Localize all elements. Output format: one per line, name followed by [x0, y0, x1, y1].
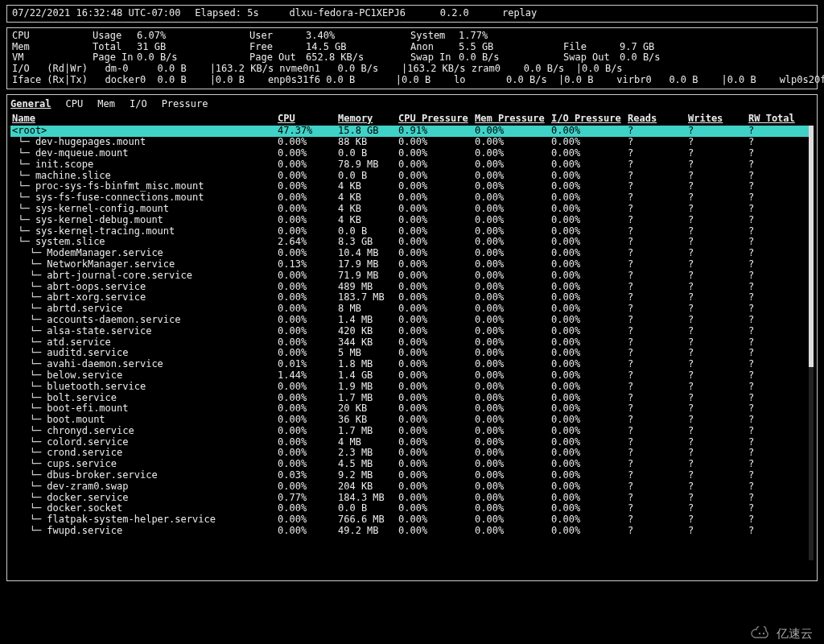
cell-t: ? [748, 292, 805, 303]
cell-r: ? [628, 337, 688, 349]
process-row[interactable]: └─ bolt.service0.00%1.7 MB0.00%0.00%0.00… [10, 393, 814, 404]
process-row[interactable]: └─ bluetooth.service0.00%1.9 MB0.00%0.00… [10, 382, 814, 393]
cpu-usage-label: Usage [93, 31, 137, 42]
process-row[interactable]: └─ dbus-broker.service0.03%9.2 MB0.00%0.… [10, 470, 814, 481]
cell-cp: 0.00% [398, 470, 475, 481]
process-row[interactable]: └─ flatpak-system-helper.service0.00%766… [10, 514, 814, 526]
cell-w: ? [688, 259, 748, 270]
cell-w: ? [688, 282, 748, 293]
svg-point-1 [763, 633, 764, 634]
process-row[interactable]: └─ boot.mount0.00%36 KB0.00%0.00%0.00%??… [10, 415, 814, 426]
column-header[interactable]: Writes [688, 114, 748, 125]
process-row[interactable]: └─ atd.service0.00%344 KB0.00%0.00%0.00%… [10, 337, 814, 349]
process-row[interactable]: └─ fwupd.service0.00%49.2 MB0.00%0.00%0.… [10, 526, 814, 537]
column-header[interactable]: Reads [628, 114, 688, 125]
column-header[interactable]: Mem Pressure [475, 114, 551, 125]
scrollbar[interactable] [809, 126, 814, 560]
tab-pressure[interactable]: Pressure [162, 99, 208, 110]
process-row[interactable]: └─ sys-kernel-tracing.mount0.00%0.0 B0.0… [10, 226, 814, 237]
process-name: └─ chronyd.service [12, 426, 278, 437]
process-row[interactable]: └─ abrt-oops.service0.00%489 MB0.00%0.00… [10, 282, 814, 293]
cell-w: ? [688, 181, 748, 192]
process-row[interactable]: <root>47.37%15.8 GB0.91%0.00%0.00%??? [10, 126, 814, 137]
cell-t: ? [748, 448, 805, 459]
cell-ip: 0.00% [551, 359, 628, 370]
cell-ip: 0.00% [551, 315, 628, 326]
process-row[interactable]: └─ init.scope0.00%78.9 MB0.00%0.00%0.00%… [10, 159, 814, 171]
cell-r: ? [628, 370, 688, 382]
column-header[interactable]: I/O Pressure [551, 114, 628, 125]
process-row[interactable]: └─ sys-kernel-debug.mount0.00%4 KB0.00%0… [10, 215, 814, 226]
cell-w: ? [688, 514, 748, 526]
cell-mp: 0.00% [475, 226, 551, 237]
tab-io[interactable]: I/O [130, 99, 147, 110]
mem-total-label: Total [93, 42, 137, 53]
process-row[interactable]: └─ dev-mqueue.mount0.00%0.0 B0.00%0.00%0… [10, 148, 814, 159]
cpu-system-label: System [410, 31, 459, 42]
process-row[interactable]: └─ boot-efi.mount0.00%20 KB0.00%0.00%0.0… [10, 403, 814, 415]
column-headers[interactable]: NameCPUMemoryCPU PressureMem PressureI/O… [10, 112, 814, 126]
process-row[interactable]: └─ docker.service0.77%184.3 MB0.00%0.00%… [10, 493, 814, 504]
process-name: └─ fwupd.service [12, 526, 278, 537]
process-row[interactable]: └─ abrtd.service0.00%8 MB0.00%0.00%0.00%… [10, 303, 814, 315]
cell-cp: 0.00% [398, 226, 475, 237]
process-row[interactable]: └─ abrt-journal-core.service0.00%71.9 MB… [10, 270, 814, 282]
process-row[interactable]: └─ sys-kernel-config.mount0.00%4 KB0.00%… [10, 204, 814, 215]
process-name: └─ ModemManager.service [12, 248, 278, 259]
column-header[interactable]: CPU Pressure [398, 114, 475, 125]
process-name: └─ accounts-daemon.service [12, 315, 278, 326]
process-row[interactable]: └─ chronyd.service0.00%1.7 MB0.00%0.00%0… [10, 426, 814, 437]
process-row[interactable]: └─ proc-sys-fs-binfmt_misc.mount0.00%4 K… [10, 181, 814, 192]
cell-ip: 0.00% [551, 437, 628, 448]
cell-mp: 0.00% [475, 148, 551, 159]
process-row[interactable]: └─ system.slice2.64%8.3 GB0.00%0.00%0.00… [10, 237, 814, 248]
cell-cpu: 0.00% [278, 248, 338, 259]
tabs-bar: GeneralCPUMemI/OPressure [10, 97, 814, 112]
process-row[interactable]: └─ below.service1.44%1.4 GB0.00%0.00%0.0… [10, 370, 814, 382]
cell-cp: 0.00% [398, 459, 475, 470]
process-row[interactable]: └─ sys-fs-fuse-connections.mount0.00%4 K… [10, 192, 814, 204]
mem-free-label: Free [249, 42, 306, 53]
process-list[interactable]: <root>47.37%15.8 GB0.91%0.00%0.00%??? └─… [10, 126, 814, 560]
process-name: └─ cups.service [12, 459, 278, 470]
tab-general[interactable]: General [10, 99, 52, 110]
tab-mem[interactable]: Mem [97, 99, 115, 110]
cell-mp: 0.00% [475, 215, 551, 226]
process-row[interactable]: └─ NetworkManager.service0.13%17.9 MB0.0… [10, 259, 814, 270]
stats-panel: CPU Usage 6.07% User 3.40% System 1.77% … [6, 27, 818, 89]
cell-mem: 183.7 MB [338, 292, 398, 303]
cell-cpu: 0.00% [278, 171, 338, 182]
process-row[interactable]: └─ docker.socket0.00%0.0 B0.00%0.00%0.00… [10, 503, 814, 514]
process-row[interactable]: └─ avahi-daemon.service0.01%1.8 MB0.00%0… [10, 359, 814, 370]
process-row[interactable]: └─ cups.service0.00%4.5 MB0.00%0.00%0.00… [10, 459, 814, 470]
cell-mem: 5 MB [338, 348, 398, 359]
process-row[interactable]: └─ crond.service0.00%2.3 MB0.00%0.00%0.0… [10, 448, 814, 459]
process-name: └─ sys-fs-fuse-connections.mount [12, 192, 278, 204]
process-row[interactable]: └─ dev-zram0.swap0.00%204 KB0.00%0.00%0.… [10, 481, 814, 493]
cell-t: ? [748, 215, 805, 226]
cell-cp: 0.00% [398, 437, 475, 448]
process-row[interactable]: └─ accounts-daemon.service0.00%1.4 MB0.0… [10, 315, 814, 326]
column-header[interactable]: CPU [278, 114, 338, 125]
cell-cpu: 0.00% [278, 526, 338, 537]
process-row[interactable]: └─ colord.service0.00%4 MB0.00%0.00%0.00… [10, 437, 814, 448]
cell-t: ? [748, 437, 805, 448]
process-row[interactable]: └─ auditd.service0.00%5 MB0.00%0.00%0.00… [10, 348, 814, 359]
process-row[interactable]: └─ dev-hugepages.mount0.00%88 KB0.00%0.0… [10, 137, 814, 148]
mem-free: 14.5 GB [306, 42, 410, 53]
header-panel: 07/22/2021 16:32:48 UTC-07:00 Elapsed: 5… [6, 5, 818, 23]
tab-cpu[interactable]: CPU [66, 99, 84, 110]
process-row[interactable]: └─ alsa-state.service0.00%420 KB0.00%0.0… [10, 326, 814, 337]
cell-w: ? [688, 137, 748, 148]
column-header[interactable]: RW Total [748, 114, 805, 125]
cell-mem: 1.8 MB [338, 359, 398, 370]
column-header[interactable]: Name [12, 114, 278, 125]
process-name: └─ atd.service [12, 337, 278, 349]
scrollbar-thumb[interactable] [809, 126, 814, 367]
column-header[interactable]: Memory [338, 114, 398, 125]
process-row[interactable]: └─ ModemManager.service0.00%10.4 MB0.00%… [10, 248, 814, 259]
process-row[interactable]: └─ abrt-xorg.service0.00%183.7 MB0.00%0.… [10, 292, 814, 303]
cell-cpu: 0.00% [278, 215, 338, 226]
process-row[interactable]: └─ machine.slice0.00%0.0 B0.00%0.00%0.00… [10, 171, 814, 182]
cell-mp: 0.00% [475, 514, 551, 526]
